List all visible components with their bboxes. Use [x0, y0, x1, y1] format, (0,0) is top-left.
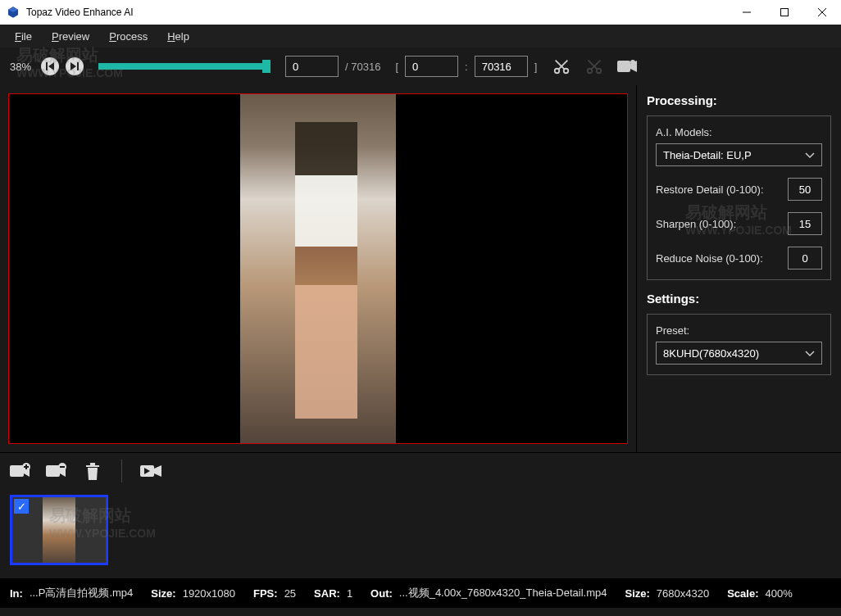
size2-value: 7680x4320 [657, 587, 709, 600]
svg-point-18 [630, 60, 635, 65]
model-dropdown[interactable]: Theia-Detail: EU,P [656, 143, 822, 166]
svg-rect-24 [46, 465, 60, 477]
video-frame [240, 94, 396, 443]
svg-rect-28 [86, 465, 99, 467]
add-video-button[interactable] [10, 460, 31, 482]
thumbnail-image [43, 497, 75, 563]
svg-rect-29 [90, 463, 95, 465]
fps-value: 25 [284, 587, 296, 600]
preview-panel [0, 85, 636, 452]
cut-disabled-icon [584, 57, 604, 76]
scale-value: 400% [765, 587, 792, 600]
thumbnail-item[interactable]: ✓ [10, 495, 108, 565]
toolbar: 38% / 70316 [ : ] [0, 48, 841, 85]
size1-value: 1920x1080 [183, 587, 235, 600]
reduce-noise-label: Reduce Noise (0-100): [656, 252, 763, 265]
app-icon [7, 6, 20, 19]
scale-label: Scale: [727, 587, 758, 600]
close-button[interactable] [803, 0, 841, 25]
sharpen-input[interactable] [788, 212, 822, 235]
reduce-noise-input[interactable] [788, 247, 822, 270]
svg-rect-1 [781, 9, 789, 16]
size1-label: Size: [151, 587, 175, 600]
svg-marker-6 [70, 62, 76, 70]
settings-panel: Preset: 8KUHD(7680x4320) [647, 314, 831, 375]
check-icon: ✓ [14, 499, 29, 514]
in-value: ...P高清自拍视频.mp4 [30, 586, 133, 600]
svg-rect-19 [10, 465, 24, 477]
current-frame-input[interactable] [285, 56, 339, 77]
window-title: Topaz Video Enhance AI [26, 7, 728, 18]
next-frame-button[interactable] [66, 57, 84, 75]
svg-marker-5 [48, 62, 54, 70]
main-area: Processing: A.I. Models: Theia-Detail: E… [0, 85, 841, 452]
sar-value: 1 [347, 587, 352, 600]
thumbnail-strip: ✓ [0, 488, 841, 578]
bottom-toolbar [0, 452, 841, 488]
divider [121, 460, 122, 482]
chevron-down-icon [805, 149, 815, 161]
frame-separator: / 70316 [345, 61, 380, 73]
range-start-input[interactable] [405, 56, 458, 77]
restore-detail-label: Restore Detail (0-100): [656, 183, 764, 196]
processing-panel: A.I. Models: Theia-Detail: EU,P Restore … [647, 116, 831, 280]
svg-rect-16 [617, 61, 630, 72]
cut-icon[interactable] [552, 57, 571, 76]
process-video-button[interactable] [140, 460, 161, 482]
preset-dropdown[interactable]: 8KUHD(7680x4320) [656, 342, 822, 365]
window-controls [728, 0, 841, 25]
preview-viewport[interactable] [8, 93, 628, 444]
models-label: A.I. Models: [656, 126, 822, 138]
out-label: Out: [370, 587, 393, 600]
chevron-down-icon [805, 347, 815, 360]
menu-process[interactable]: Process [101, 27, 156, 46]
minimize-button[interactable] [728, 0, 766, 25]
record-icon[interactable] [617, 57, 637, 76]
menu-file[interactable]: File [7, 27, 40, 46]
timeline-slider[interactable] [98, 63, 270, 70]
prev-frame-button[interactable] [41, 57, 59, 75]
svg-rect-4 [46, 62, 48, 70]
menu-preview[interactable]: Preview [43, 27, 98, 46]
range-end-input[interactable] [475, 56, 528, 77]
sharpen-label: Sharpen (0-100): [656, 218, 736, 230]
out-value: ...视频_4.00x_7680x4320_Theia-Detail.mp4 [399, 586, 607, 600]
svg-marker-31 [154, 465, 161, 477]
title-bar: Topaz Video Enhance AI [0, 0, 841, 25]
menu-bar: File Preview Process Help [0, 25, 841, 48]
menu-help[interactable]: Help [159, 27, 198, 46]
settings-title: Settings: [647, 292, 831, 306]
restore-detail-input[interactable] [788, 178, 822, 201]
delete-button[interactable] [82, 460, 103, 482]
in-label: In: [10, 587, 23, 600]
size2-label: Size: [625, 587, 649, 600]
sar-label: SAR: [314, 587, 340, 600]
fps-label: FPS: [253, 587, 278, 600]
maximize-button[interactable] [766, 0, 803, 25]
preset-label: Preset: [656, 324, 822, 337]
sidebar: Processing: A.I. Models: Theia-Detail: E… [636, 85, 841, 452]
status-bar: In: ...P高清自拍视频.mp4 Size: 1920x1080 FPS: … [0, 578, 841, 608]
zoom-label: 38% [10, 61, 31, 73]
remove-video-button[interactable] [46, 460, 67, 482]
processing-title: Processing: [647, 93, 831, 107]
svg-rect-7 [77, 62, 79, 70]
